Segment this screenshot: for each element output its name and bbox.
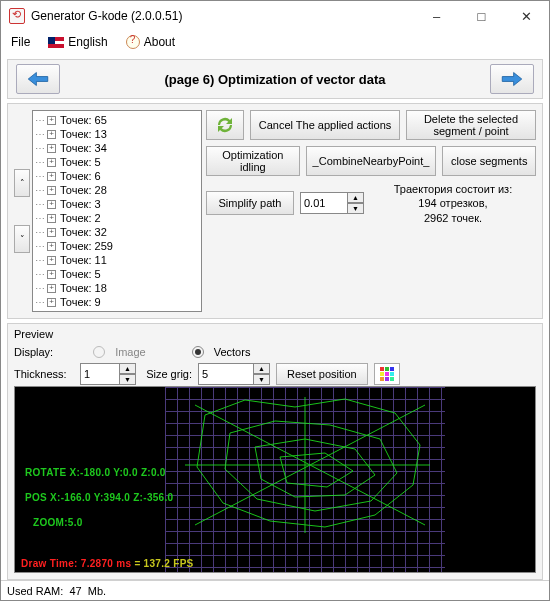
simplify-up[interactable]: ▲ xyxy=(348,192,364,203)
sizegrid-stepper[interactable]: ▲▼ xyxy=(198,363,270,385)
next-page-button[interactable] xyxy=(490,64,534,94)
tree-row[interactable]: ⋯+Точек: 34 xyxy=(35,141,199,155)
tree-row[interactable]: ⋯+Точек: 28 xyxy=(35,183,199,197)
refresh-icon xyxy=(213,111,237,139)
expand-icon[interactable]: + xyxy=(47,200,56,209)
nav-bar: (page 6) Optimization of vector data xyxy=(7,59,543,99)
app-icon xyxy=(9,8,25,24)
tree-row-label: Точек: 65 xyxy=(60,114,107,126)
thickness-stepper[interactable]: ▲▼ xyxy=(80,363,136,385)
list-move-down-button[interactable]: ˅ xyxy=(14,225,30,253)
preview-label: Preview xyxy=(14,328,536,340)
tree-row-label: Точек: 13 xyxy=(60,128,107,140)
combine-nearby-point-button[interactable]: _CombineNearbyPoint_ xyxy=(306,146,437,176)
simplify-down[interactable]: ▼ xyxy=(348,203,364,214)
tree-row[interactable]: ⋯+Точек: 6 xyxy=(35,169,199,183)
tree-row-label: Точек: 34 xyxy=(60,142,107,154)
color-grid-icon xyxy=(380,367,394,381)
tree-row[interactable]: ⋯+Точек: 18 xyxy=(35,281,199,295)
tree-row-label: Точек: 18 xyxy=(60,282,107,294)
tree-row-label: Точек: 28 xyxy=(60,184,107,196)
ram-label: Used RAM: xyxy=(7,585,63,597)
tree-row-label: Точек: 6 xyxy=(60,170,101,182)
tree-row-label: Точек: 32 xyxy=(60,226,107,238)
prev-page-button[interactable] xyxy=(16,64,60,94)
tree-row-label: Точек: 3 xyxy=(60,198,101,210)
page-title: (page 6) Optimization of vector data xyxy=(66,72,484,87)
refresh-button[interactable] xyxy=(206,110,244,140)
expand-icon[interactable]: + xyxy=(47,144,56,153)
tree-row[interactable]: ⋯+Точек: 5 xyxy=(35,267,199,281)
expand-icon[interactable]: + xyxy=(47,298,56,307)
tree-row[interactable]: ⋯+Точек: 65 xyxy=(35,113,199,127)
overlay-drawtime: Draw Time: 7.2870 ms = 137.2 FPS xyxy=(21,558,194,569)
delete-segment-button[interactable]: Delete the selected segment / point xyxy=(406,110,536,140)
ram-value: 47 xyxy=(69,585,81,597)
list-move-up-button[interactable]: ˄ xyxy=(14,169,30,197)
tree-row[interactable]: ⋯+Точек: 2 xyxy=(35,211,199,225)
cancel-actions-button[interactable]: Cancel The applied actions xyxy=(250,110,400,140)
simplify-value-stepper[interactable]: ▲▼ xyxy=(300,192,364,214)
vector-rendering xyxy=(175,395,435,535)
tree-row-label: Точек: 9 xyxy=(60,296,101,308)
tree-row[interactable]: ⋯+Точек: 13 xyxy=(35,127,199,141)
expand-icon[interactable]: + xyxy=(47,256,56,265)
expand-icon[interactable]: + xyxy=(47,228,56,237)
expand-icon[interactable]: + xyxy=(47,158,56,167)
tree-row-label: Точек: 5 xyxy=(60,156,101,168)
window-close-button[interactable]: ✕ xyxy=(504,1,549,31)
display-image-label: Image xyxy=(115,346,146,358)
menu-file[interactable]: File xyxy=(7,33,34,51)
flag-icon xyxy=(48,37,64,48)
display-vectors-radio[interactable] xyxy=(192,346,204,358)
tree-row[interactable]: ⋯+Точек: 9 xyxy=(35,295,199,309)
tree-row[interactable]: ⋯+Точек: 259 xyxy=(35,239,199,253)
arrow-right-icon xyxy=(499,69,525,89)
thickness-input[interactable] xyxy=(80,363,120,385)
segment-tree[interactable]: ⋯+Точек: 65⋯+Точек: 13⋯+Точек: 34⋯+Точек… xyxy=(32,110,202,312)
arrow-left-icon xyxy=(25,69,51,89)
preview-canvas[interactable]: ROTATE X:-180.0 Y:0.0 Z:0.0 POS X:-166.0… xyxy=(14,386,536,573)
tree-row[interactable]: ⋯+Точек: 5 xyxy=(35,155,199,169)
expand-icon[interactable]: + xyxy=(47,186,56,195)
tree-row[interactable]: ⋯+Точек: 11 xyxy=(35,253,199,267)
thickness-label: Thickness: xyxy=(14,368,74,380)
status-bar: Used RAM: 47 Mb. xyxy=(1,580,549,600)
sizegrid-label: Size grig: xyxy=(142,368,192,380)
window-title: Generator G-kode (2.0.0.51) xyxy=(31,9,414,23)
tree-row-label: Точек: 5 xyxy=(60,268,101,280)
about-icon xyxy=(126,35,140,49)
reset-position-button[interactable]: Reset position xyxy=(276,363,368,385)
simplify-value-input[interactable] xyxy=(300,192,348,214)
close-segments-button[interactable]: close segments xyxy=(442,146,536,176)
tree-row[interactable]: ⋯+Точек: 32 xyxy=(35,225,199,239)
window-minimize-button[interactable]: – xyxy=(414,1,459,31)
overlay-rotate: ROTATE X:-180.0 Y:0.0 Z:0.0 xyxy=(25,467,166,478)
display-image-radio xyxy=(93,346,105,358)
optimization-idling-button[interactable]: Optimization idling xyxy=(206,146,300,176)
menu-about[interactable]: About xyxy=(122,33,179,51)
overlay-pos: POS X:-166.0 Y:394.0 Z:-356.0 xyxy=(25,492,173,503)
window-titlebar: Generator G-kode (2.0.0.51) – □ ✕ xyxy=(1,1,549,31)
expand-icon[interactable]: + xyxy=(47,130,56,139)
trajectory-info: Траектория состоит из: 194 отрезков, 296… xyxy=(370,182,536,225)
expand-icon[interactable]: + xyxy=(47,172,56,181)
ram-unit: Mb. xyxy=(88,585,106,597)
overlay-zoom: ZOOM:5.0 xyxy=(33,517,83,528)
color-picker-button[interactable] xyxy=(374,363,400,385)
expand-icon[interactable]: + xyxy=(47,116,56,125)
display-vectors-label: Vectors xyxy=(214,346,251,358)
simplify-path-button[interactable]: Simplify path xyxy=(206,191,294,215)
tree-row[interactable]: ⋯+Точек: 3 xyxy=(35,197,199,211)
sizegrid-input[interactable] xyxy=(198,363,254,385)
expand-icon[interactable]: + xyxy=(47,284,56,293)
window-maximize-button[interactable]: □ xyxy=(459,1,504,31)
expand-icon[interactable]: + xyxy=(47,270,56,279)
menu-language[interactable]: English xyxy=(44,33,111,51)
tree-row-label: Точек: 259 xyxy=(60,240,113,252)
menubar: File English About xyxy=(1,31,549,53)
display-label: Display: xyxy=(14,346,53,358)
expand-icon[interactable]: + xyxy=(47,214,56,223)
tree-row-label: Точек: 11 xyxy=(60,254,107,266)
expand-icon[interactable]: + xyxy=(47,242,56,251)
